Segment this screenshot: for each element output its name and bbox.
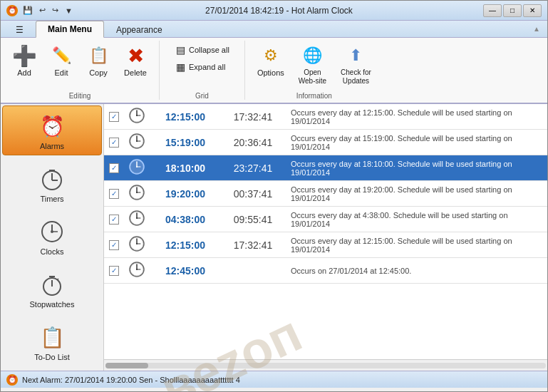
- alarm-checkbox-cell[interactable]: [104, 207, 124, 232]
- alarm-checkbox[interactable]: [109, 112, 119, 122]
- menu-tab[interactable]: ☰: [4, 21, 36, 38]
- main-area: веzоп ⏰ Alarms Timers: [1, 104, 547, 371]
- alarm-time: 15:19:00: [150, 130, 221, 155]
- close-button[interactable]: ✕: [523, 4, 542, 17]
- timers-label: Timers: [40, 195, 63, 203]
- edit-icon: ✏️: [50, 44, 73, 67]
- collapse-icon: ▤: [175, 44, 186, 56]
- website-button[interactable]: 🌐 OpenWeb-site: [292, 41, 333, 89]
- sidebar-item-stopwatches[interactable]: Stopwatches: [2, 264, 102, 314]
- alarm-checkbox[interactable]: [109, 266, 119, 276]
- alarm-countdown: 17:32:41: [221, 232, 285, 258]
- todo-icon: 📋: [38, 323, 66, 351]
- check-updates-button[interactable]: ⬆ Check forUpdates: [334, 41, 378, 89]
- alarm-icon-cell: [124, 207, 150, 232]
- alarm-icon-cell: [124, 130, 150, 155]
- alarm-time: 19:20:00: [150, 181, 221, 207]
- alarms-icon: ⏰: [38, 112, 66, 140]
- sidebar-item-clocks[interactable]: Clocks: [2, 211, 102, 261]
- app-icon: ⏰: [6, 5, 18, 16]
- alarm-icon-cell: [124, 258, 150, 284]
- alarm-checkbox[interactable]: [109, 215, 119, 225]
- todo-label: To-Do List: [34, 353, 70, 361]
- sidebar-more-btn[interactable]: ▼: [1, 368, 103, 371]
- alarm-checkbox-cell[interactable]: [104, 232, 124, 258]
- ribbon-group-editing: ➕ Add ✏️ Edit 📋 Copy ✖ Delete Editing: [1, 41, 160, 100]
- table-row[interactable]: 18:10:00 23:27:41 Occurs every day at 18…: [104, 155, 547, 181]
- options-button[interactable]: ⚙ Options: [251, 41, 291, 81]
- save-quick-btn[interactable]: 💾: [21, 4, 35, 16]
- alarm-checkbox-cell[interactable]: [104, 155, 124, 181]
- horizontal-scrollbar[interactable]: [104, 359, 547, 371]
- alarm-description: Occurs on 27/01/2014 at 12:45:00.: [285, 258, 547, 284]
- tab-appearance[interactable]: Appearance: [104, 21, 175, 38]
- edit-button[interactable]: ✏️ Edit: [43, 41, 79, 81]
- table-row[interactable]: 12:15:00 17:32:41 Occurs every day at 12…: [104, 104, 547, 130]
- alarm-time: 04:38:00: [150, 207, 221, 232]
- stopwatches-icon: [38, 270, 66, 299]
- expand-all-button[interactable]: ▦ Expand all: [170, 59, 234, 75]
- editing-label: Editing: [69, 89, 91, 100]
- svg-point-27: [136, 166, 138, 167]
- title-bar-left: ⏰ 💾 ↩ ↪ ▼: [6, 4, 75, 16]
- ribbon-group-grid: ▤ Collapse all ▦ Expand all Grid: [160, 41, 245, 100]
- ribbon-group-information: ⚙ Options 🌐 OpenWeb-site ⬆ Check forUpda…: [245, 41, 383, 100]
- alarm-description: Occurs every day at 4:38:00. Schedule wi…: [285, 207, 547, 232]
- scroll-thumb[interactable]: [105, 363, 148, 368]
- add-button[interactable]: ➕ Add: [6, 41, 42, 81]
- alarm-icon-cell: [124, 232, 150, 258]
- alarm-countdown: 00:37:41: [221, 181, 285, 207]
- stopwatches-label: Stopwatches: [30, 300, 75, 309]
- redo-quick-btn[interactable]: ↪: [50, 4, 61, 16]
- scroll-track: [105, 363, 546, 368]
- delete-icon: ✖: [124, 44, 147, 67]
- editing-buttons: ➕ Add ✏️ Edit 📋 Copy ✖ Delete: [6, 41, 153, 89]
- grid-buttons: ▤ Collapse all ▦ Expand all: [165, 41, 239, 76]
- alarm-countdown: 09:55:41: [221, 207, 285, 232]
- alarm-time: 18:10:00: [150, 155, 221, 181]
- alarm-description: Occurs every day at 19:20:00. Schedule w…: [285, 181, 547, 207]
- svg-point-17: [136, 115, 138, 116]
- sidebar-item-timers[interactable]: Timers: [2, 158, 102, 208]
- collapse-all-button[interactable]: ▤ Collapse all: [170, 42, 234, 58]
- undo-quick-btn[interactable]: ↩: [37, 4, 48, 16]
- alarm-checkbox[interactable]: [109, 163, 119, 173]
- timers-icon: [38, 165, 66, 193]
- alarm-countdown: 23:27:41: [221, 155, 285, 181]
- alarm-checkbox[interactable]: [109, 240, 119, 250]
- information-buttons: ⚙ Options 🌐 OpenWeb-site ⬆ Check forUpda…: [251, 41, 378, 89]
- clocks-label: Clocks: [40, 247, 63, 256]
- table-row[interactable]: 15:19:00 20:36:41 Occurs every day at 15…: [104, 130, 547, 155]
- alarm-icon-cell: [124, 181, 150, 207]
- sidebar-item-alarms[interactable]: ⏰ Alarms: [2, 105, 102, 155]
- table-row[interactable]: 19:20:00 00:37:41 Occurs every day at 19…: [104, 181, 547, 207]
- alarm-checkbox-cell[interactable]: [104, 181, 124, 207]
- alarm-checkbox-cell[interactable]: [104, 130, 124, 155]
- alarm-checkbox[interactable]: [109, 138, 119, 148]
- alarm-table[interactable]: 12:15:00 17:32:41 Occurs every day at 12…: [104, 104, 547, 359]
- sidebar-item-todo[interactable]: 📋 To-Do List: [2, 316, 102, 366]
- alarm-description: Occurs every day at 12:15:00. Schedule w…: [285, 104, 547, 130]
- maximize-button[interactable]: □: [503, 4, 522, 17]
- table-row[interactable]: 12:45:00 Occurs on 27/01/2014 at 12:45:0…: [104, 258, 547, 284]
- qa-dropdown-btn[interactable]: ▼: [63, 5, 75, 16]
- delete-button[interactable]: ✖ Delete: [118, 41, 153, 81]
- quick-access-toolbar: 💾 ↩ ↪ ▼: [21, 4, 75, 16]
- tab-main-menu[interactable]: Main Menu: [36, 21, 104, 38]
- copy-button[interactable]: 📋 Copy: [81, 41, 116, 81]
- options-icon: ⚙: [259, 44, 282, 67]
- table-area: 12:15:00 17:32:41 Occurs every day at 12…: [104, 104, 547, 371]
- alarm-checkbox-cell[interactable]: [104, 258, 124, 284]
- svg-point-22: [136, 140, 138, 142]
- alarm-checkbox-cell[interactable]: [104, 104, 124, 130]
- alarm-checkbox[interactable]: [109, 189, 119, 199]
- alarm-description: Occurs every day at 18:10:00. Schedule w…: [285, 155, 547, 181]
- ribbon-collapse-btn[interactable]: ▲: [533, 25, 544, 33]
- window-controls: — □ ✕: [483, 4, 542, 17]
- svg-point-32: [136, 192, 138, 193]
- table-row[interactable]: 04:38:00 09:55:41 Occurs every day at 4:…: [104, 207, 547, 232]
- alarm-countdown: 20:36:41: [221, 130, 285, 155]
- table-row[interactable]: 12:15:00 17:32:41 Occurs every day at 12…: [104, 232, 547, 258]
- svg-point-37: [136, 217, 138, 219]
- minimize-button[interactable]: —: [483, 4, 502, 17]
